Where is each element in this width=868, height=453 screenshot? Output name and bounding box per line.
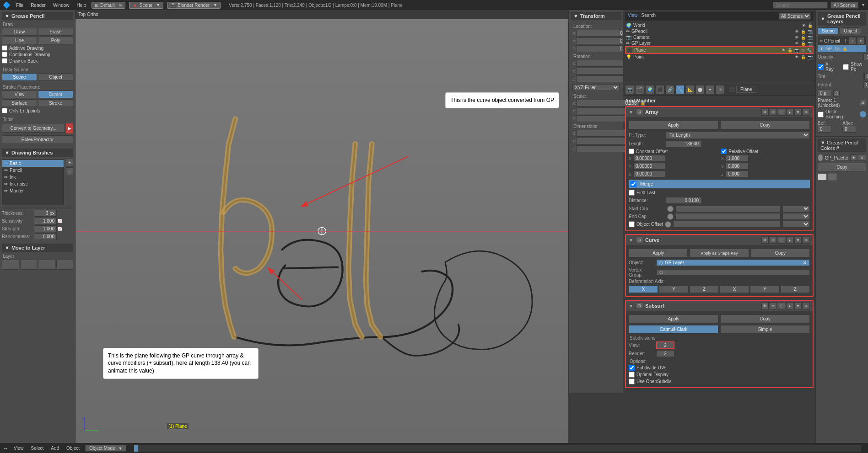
draw-button[interactable]: Draw [2, 28, 37, 36]
curve-cage-icon[interactable]: ⬡ [778, 236, 785, 244]
particles-btn[interactable]: ✦ [706, 85, 715, 94]
array-render-icon[interactable]: 👁 [761, 108, 769, 116]
plane-eye[interactable]: 👁 [782, 48, 786, 53]
array-delete-icon[interactable]: ✕ [803, 108, 810, 116]
gp-panel-header[interactable]: ▼ Grease Pencil [2, 12, 73, 20]
subsurf-edit-icon[interactable]: ✏ [770, 302, 777, 309]
layer-slot-1[interactable] [2, 260, 19, 270]
brush-remove-button[interactable]: − [66, 167, 73, 175]
axis-ny-btn[interactable]: Y [750, 285, 779, 293]
object-offset-input[interactable] [673, 221, 781, 228]
rel-z[interactable] [726, 171, 749, 177]
curve-apply-btn[interactable]: Apply [629, 249, 688, 257]
curve-down-icon[interactable]: ▼ [794, 236, 802, 244]
gpencil-render[interactable]: 📷 [808, 29, 813, 34]
const-z[interactable] [633, 171, 665, 177]
curve-edit-icon[interactable]: ✏ [770, 236, 777, 244]
world-eye[interactable]: 👁 [802, 23, 806, 28]
gp-add-icon[interactable]: + [849, 37, 856, 44]
object-offset-select[interactable] [782, 221, 810, 228]
use-opensubdiv-check[interactable] [629, 378, 635, 384]
axis-x-btn[interactable]: X [629, 285, 658, 293]
subsurf-copy-btn[interactable]: Copy [720, 314, 810, 323]
statusbar-add[interactable]: Add [49, 445, 61, 452]
tint-0p-input[interactable] [818, 90, 831, 96]
point-lock[interactable]: 🔒 [801, 55, 806, 59]
statusbar-select[interactable]: Select [29, 445, 46, 452]
viewport[interactable]: Top Ortho [75, 10, 568, 443]
array-copy-icon[interactable]: ⊞ [635, 109, 643, 115]
gp-remove-icon[interactable]: ✕ [857, 37, 864, 44]
scene-props-btn[interactable]: 🎬 [635, 85, 644, 94]
viewport-canvas[interactable]: This is the curve object converted from … [75, 19, 568, 443]
outliner-plane[interactable]: ⬛ Plane 👁 🔒 📷 ⚙ 🔧 [625, 46, 814, 54]
vertex-group-field[interactable]: ⬡ [656, 269, 810, 276]
axis-nx-btn[interactable]: X [720, 285, 749, 293]
brush-marker[interactable]: ✏ Marker [2, 187, 64, 194]
renderer-label[interactable]: Blender Render [178, 3, 210, 8]
line-button[interactable]: Line [2, 37, 37, 44]
end-cap-input[interactable] [675, 213, 781, 220]
subsurf-collapse-icon[interactable]: ▼ [629, 304, 633, 309]
curve-render-icon[interactable]: 👁 [761, 236, 769, 244]
outliner-point[interactable]: 💡 Point 👁 🔒 📷 [625, 54, 814, 60]
layer-slot-4[interactable] [56, 260, 74, 270]
continuous-drawing-check[interactable] [2, 52, 7, 57]
catmull-clark-btn[interactable]: Catmull-Clark [629, 325, 718, 334]
point-render[interactable]: 📷 [808, 55, 813, 59]
copy-colors-btn[interactable]: Copy [818, 163, 866, 171]
curve-object-field[interactable]: ⬡ GP Layer ✕ [656, 259, 810, 266]
tint-value-input[interactable] [864, 73, 868, 80]
rel-x[interactable] [726, 155, 749, 162]
start-cap-select[interactable] [782, 205, 810, 212]
curve-up-icon[interactable]: ▲ [786, 236, 793, 244]
gp-object-btn[interactable]: Object [840, 27, 861, 34]
optimal-display-check[interactable] [629, 372, 635, 378]
show-po-check[interactable] [843, 64, 849, 70]
outliner-gplayer[interactable]: ✏ GP Layer 👁 🔒 📷 [625, 40, 814, 46]
palette-icon[interactable] [818, 154, 823, 161]
timeline-bar[interactable] [134, 445, 862, 452]
layer-vis-icon[interactable]: 👁 [819, 47, 824, 51]
array-cage-icon[interactable]: ⬡ [778, 108, 785, 116]
outliner-world[interactable]: 🌍 World 👁 🔒 [625, 22, 814, 28]
onion-color-btn[interactable] [860, 111, 866, 117]
object-offset-check[interactable] [629, 221, 635, 227]
poly-button[interactable]: Poly [38, 37, 73, 44]
menu-render[interactable]: Render [29, 2, 48, 9]
array-up-icon[interactable]: ▲ [786, 108, 793, 116]
surface-stroke-button[interactable]: Surface [2, 99, 37, 107]
gplayer-eye[interactable]: 👁 [795, 41, 799, 46]
end-cap-select[interactable] [782, 213, 810, 220]
all-scenes-label[interactable]: All Scenes [830, 2, 858, 9]
onion-check[interactable] [818, 112, 824, 117]
camera-lock[interactable]: 🔒 [801, 35, 806, 40]
gp-layers-header[interactable]: ▼ Grease Pencil Layers [818, 12, 866, 26]
plane-name-btn[interactable]: Plane [736, 86, 756, 93]
subdivide-uvs-check[interactable] [629, 365, 635, 371]
start-cap-input[interactable] [675, 205, 781, 212]
curve-copy-btn[interactable]: Copy [751, 249, 810, 257]
only-endpoints-check[interactable] [2, 108, 7, 113]
distance-input[interactable] [665, 197, 702, 204]
camera-render[interactable]: 📷 [808, 35, 813, 40]
view-stroke-button[interactable]: View [2, 91, 37, 98]
data-btn[interactable]: 📐 [685, 85, 695, 94]
array-down-icon[interactable]: ▼ [794, 108, 802, 116]
strength-curve-icon[interactable]: 📈 [58, 227, 62, 231]
physics-btn[interactable]: ⚛ [716, 85, 725, 94]
convert-options-button[interactable]: ▶ [66, 123, 73, 133]
first-last-check[interactable] [629, 190, 635, 196]
layer-slot-2[interactable] [20, 260, 38, 270]
curve-delete-icon[interactable]: ✕ [803, 236, 810, 244]
parent-select[interactable]: Object [863, 81, 868, 88]
subsurf-down-icon[interactable]: ▼ [794, 302, 802, 309]
render-props-btn[interactable]: 📷 [625, 85, 634, 94]
merge-check[interactable] [631, 181, 636, 187]
camera-eye[interactable]: 👁 [795, 35, 799, 40]
bef-input[interactable] [818, 126, 831, 133]
view-subdiv-input[interactable] [656, 341, 674, 349]
array-fit-type-select[interactable]: Fit Length [665, 131, 810, 139]
transform-header[interactable]: ▼ Transform [571, 12, 621, 20]
statusbar-object[interactable]: Object [65, 445, 81, 452]
